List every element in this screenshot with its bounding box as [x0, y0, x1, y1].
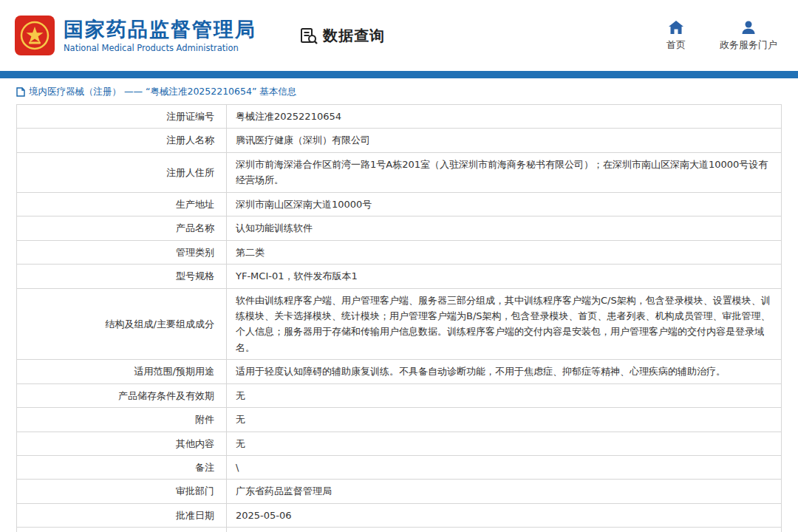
national-emblem-logo [15, 16, 55, 55]
table-row: 批准日期2025-05-06 [17, 503, 782, 527]
row-value: 粤械注准20252210654 [227, 105, 782, 129]
nav-portal-label: 政务服务门户 [720, 38, 777, 52]
breadcrumb-text: 境内医疗器械（注册） —— “粤械注准20252210654” 基本信息 [29, 86, 296, 98]
table-row: 结构及组成/主要组成成分软件由训练程序客户端、用户管理客户端、服务器三部分组成，… [17, 288, 782, 360]
row-label: 管理类别 [17, 240, 227, 264]
row-label: 产品储存条件及有效期 [17, 383, 227, 407]
info-table-wrap: 注册证编号粤械注准20252210654注册人名称腾讯医疗健康（深圳）有限公司注… [16, 104, 782, 532]
row-label: 注册证编号 [17, 105, 227, 129]
person-icon [740, 20, 757, 35]
table-row: 产品名称认知功能训练软件 [17, 216, 782, 240]
table-row: 注册人住所深圳市前海深港合作区前湾一路1号A栋201室（入驻深圳市前海商务秘书有… [17, 152, 782, 192]
data-query-icon [299, 26, 318, 45]
table-row: 生产地址深圳市南山区深南大道10000号 [17, 192, 782, 216]
row-label: 其他内容 [17, 432, 227, 455]
row-label: 型号规格 [17, 265, 227, 288]
row-value: 腾讯医疗健康（深圳）有限公司 [227, 129, 782, 152]
info-table: 注册证编号粤械注准20252210654注册人名称腾讯医疗健康（深圳）有限公司注… [16, 104, 782, 532]
row-label: 产品名称 [17, 216, 227, 240]
row-value: 深圳市前海深港合作区前湾一路1号A栋201室（入驻深圳市前海商务秘书有限公司）；… [227, 152, 782, 192]
org-name-en: National Medical Products Administration [64, 44, 256, 53]
top-blue-bar [0, 71, 798, 78]
header-nav: 首页 政务服务门户 [666, 20, 777, 52]
table-row: 备注\ [17, 456, 782, 480]
row-label: 生效日期 [17, 528, 227, 532]
document-icon [16, 87, 25, 97]
row-value: 第二类 [227, 240, 782, 264]
row-value: 软件由训练程序客户端、用户管理客户端、服务器三部分组成，其中训练程序客户端为C/… [227, 288, 782, 360]
row-value: 适用于轻度认知障碍的辅助康复训练。不具备自动诊断功能，不用于焦虑症、抑郁症等精神… [227, 360, 782, 383]
section-title: 数据查询 [323, 26, 385, 46]
row-value: 深圳市南山区深南大道10000号 [227, 192, 782, 216]
row-label: 结构及组成/主要组成成分 [17, 288, 227, 360]
table-row: 注册人名称腾讯医疗健康（深圳）有限公司 [17, 129, 782, 152]
row-value: 广东省药品监督管理局 [227, 480, 782, 503]
table-row: 型号规格YF-MCI-01，软件发布版本1 [17, 265, 782, 288]
row-value: \ [227, 456, 782, 480]
row-label: 注册人名称 [17, 129, 227, 152]
row-value: 2025-05-06 [227, 503, 782, 527]
nav-portal[interactable]: 政务服务门户 [720, 20, 777, 52]
breadcrumb[interactable]: 境内医疗器械（注册） —— “粤械注准20252210654” 基本信息 [16, 86, 782, 98]
row-label: 审批部门 [17, 480, 227, 503]
row-value: 无 [227, 408, 782, 432]
row-label: 生产地址 [17, 192, 227, 216]
table-row: 生效日期2025-05-06 [17, 528, 782, 532]
row-label: 批准日期 [17, 503, 227, 527]
row-label: 注册人住所 [17, 152, 227, 192]
brand[interactable]: 国家药品监督管理局 National Medical Products Admi… [15, 16, 256, 55]
table-row: 附件无 [17, 408, 782, 432]
table-row: 适用范围/预期用途适用于轻度认知障碍的辅助康复训练。不具备自动诊断功能，不用于焦… [17, 360, 782, 383]
row-label: 适用范围/预期用途 [17, 360, 227, 383]
row-value: 认知功能训练软件 [227, 216, 782, 240]
table-row: 其他内容无 [17, 432, 782, 455]
row-value: 2025-05-06 [227, 528, 782, 532]
table-row: 注册证编号粤械注准20252210654 [17, 105, 782, 129]
table-row: 产品储存条件及有效期无 [17, 383, 782, 407]
table-row: 管理类别第二类 [17, 240, 782, 264]
row-value: 无 [227, 383, 782, 407]
page-header: 国家药品监督管理局 National Medical Products Admi… [0, 0, 798, 71]
nav-home[interactable]: 首页 [666, 20, 686, 52]
table-row: 审批部门广东省药品监督管理局 [17, 480, 782, 503]
row-value: YF-MCI-01，软件发布版本1 [227, 265, 782, 288]
row-label: 备注 [17, 456, 227, 480]
row-label: 附件 [17, 408, 227, 432]
info-table-body: 注册证编号粤械注准20252210654注册人名称腾讯医疗健康（深圳）有限公司注… [17, 105, 782, 532]
brand-text: 国家药品监督管理局 National Medical Products Admi… [64, 18, 256, 53]
nav-home-label: 首页 [666, 38, 686, 52]
org-name: 国家药品监督管理局 [64, 18, 256, 41]
data-query-section: 数据查询 [299, 26, 385, 46]
home-icon [668, 20, 684, 35]
row-value: 无 [227, 432, 782, 455]
